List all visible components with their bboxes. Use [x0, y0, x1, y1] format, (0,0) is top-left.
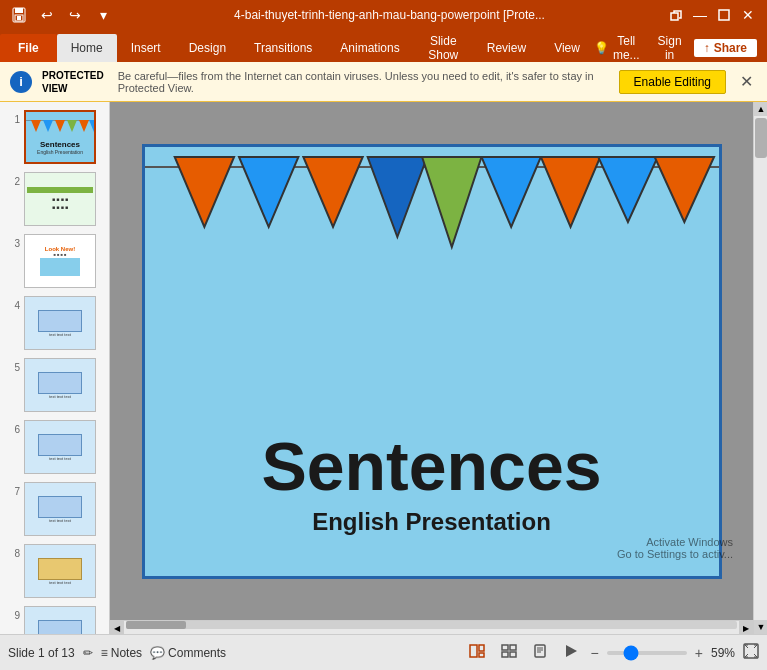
slideshow-view-button[interactable]	[559, 642, 583, 663]
scroll-track-vertical	[754, 116, 767, 620]
svg-marker-15	[367, 157, 426, 237]
svg-marker-11	[89, 120, 94, 132]
status-left: Slide 1 of 13 ✏	[8, 646, 93, 660]
close-protected-bar-button[interactable]: ✕	[736, 72, 757, 91]
slides-panel: 1 Sentence	[0, 102, 110, 634]
normal-view-button[interactable]	[465, 642, 489, 663]
tab-review[interactable]: Review	[473, 34, 540, 62]
comments-button[interactable]: 💬 Comments	[150, 646, 226, 660]
slide-number-8: 8	[6, 544, 20, 559]
tab-home[interactable]: Home	[57, 34, 117, 62]
slide-notes-edit-button[interactable]: ✏	[83, 646, 93, 660]
svg-marker-7	[43, 120, 53, 132]
svg-rect-26	[502, 652, 508, 657]
svg-marker-17	[481, 157, 540, 227]
scroll-right-button[interactable]: ▶	[739, 621, 753, 635]
lightbulb-icon: 💡	[594, 41, 609, 55]
slide-thumbnail-9[interactable]: text text text	[24, 606, 96, 634]
close-button[interactable]: ✕	[737, 4, 759, 26]
slide-thumbnail-2[interactable]: ■ ■ ■ ■ ■ ■ ■ ■	[24, 172, 96, 226]
slide-number-7: 7	[6, 482, 20, 497]
svg-rect-21	[470, 645, 477, 657]
scroll-up-button[interactable]: ▲	[754, 102, 767, 116]
slide-thumb-row: 6 text text text	[4, 418, 105, 476]
tab-slideshow[interactable]: Slide Show	[414, 34, 473, 62]
slide-thumbnail-7[interactable]: text text text	[24, 482, 96, 536]
slide-thumbnail-5[interactable]: text text text	[24, 358, 96, 412]
minimize-button[interactable]: —	[689, 4, 711, 26]
slide-thumb-row: 8 text text text	[4, 542, 105, 600]
tab-design[interactable]: Design	[175, 34, 240, 62]
save-button[interactable]	[8, 4, 30, 26]
redo-button[interactable]: ↪	[64, 4, 86, 26]
svg-marker-13	[239, 157, 298, 227]
svg-marker-9	[67, 120, 77, 132]
zoom-plus-icon: +	[695, 645, 703, 661]
slide-thumbnail-3[interactable]: Look New! ■ ■ ■ ■	[24, 234, 96, 288]
share-icon: ↑	[704, 41, 710, 55]
slide-thumb-row: 9 text text text	[4, 604, 105, 634]
svg-marker-14	[303, 157, 362, 227]
slide-thumb-row: 7 text text text	[4, 480, 105, 538]
slide-number-5: 5	[6, 358, 20, 373]
slide-number-4: 4	[6, 296, 20, 311]
slide-thumbnail-6[interactable]: text text text	[24, 420, 96, 474]
tell-me-button[interactable]: 💡 Tell me...	[594, 34, 640, 62]
scroll-left-button[interactable]: ◀	[110, 621, 124, 635]
enable-editing-button[interactable]: Enable Editing	[619, 70, 726, 94]
main-content: 1 Sentence	[0, 102, 767, 634]
svg-marker-8	[55, 120, 65, 132]
notes-button[interactable]: ≡ Notes	[101, 646, 142, 660]
tab-transitions[interactable]: Transitions	[240, 34, 326, 62]
svg-rect-22	[479, 645, 484, 651]
svg-marker-18	[540, 157, 599, 227]
slide-display-area: Sentences English Presentation Activate …	[110, 102, 767, 634]
svg-rect-24	[502, 645, 508, 650]
tab-insert[interactable]: Insert	[117, 34, 175, 62]
vertical-scrollbar: ▲ ▼	[753, 102, 767, 634]
slide-thumb-row: 5 text text text	[4, 356, 105, 414]
slide-subtitle: English Presentation	[312, 508, 551, 536]
fit-slide-button[interactable]	[743, 643, 759, 662]
slide-thumb-row: 1 Sentence	[4, 108, 105, 166]
restore-down-button[interactable]	[665, 4, 687, 26]
svg-marker-20	[654, 157, 713, 222]
svg-rect-4	[671, 13, 678, 20]
customize-button[interactable]: ▾	[92, 4, 114, 26]
title-bar-left: ↩ ↪ ▾	[8, 4, 114, 26]
svg-rect-5	[719, 10, 729, 20]
protected-view-bar: i PROTECTED VIEW Be careful—files from t…	[0, 62, 767, 102]
zoom-minus-icon: −	[591, 645, 599, 661]
tab-view[interactable]: View	[540, 34, 594, 62]
slide-thumbnail-1[interactable]: Sentences English Presentation	[24, 110, 96, 164]
slide-sorter-button[interactable]	[497, 642, 521, 663]
scroll-down-button[interactable]: ▼	[754, 620, 767, 634]
reading-view-button[interactable]	[529, 642, 551, 663]
svg-rect-23	[479, 653, 484, 657]
svg-rect-1	[15, 8, 23, 13]
protected-icon: i	[10, 71, 32, 93]
share-button[interactable]: ↑ Share	[694, 39, 757, 57]
scroll-thumb	[126, 621, 186, 629]
maximize-button[interactable]	[713, 4, 735, 26]
sign-in-button[interactable]: Sign in	[650, 34, 690, 62]
undo-button[interactable]: ↩	[36, 4, 58, 26]
slide-main-title: Sentences	[261, 432, 601, 500]
slide-number-9: 9	[6, 606, 20, 621]
tab-file[interactable]: File	[0, 34, 57, 62]
slide-thumbnail-4[interactable]: text text text	[24, 296, 96, 350]
svg-marker-32	[566, 645, 577, 657]
svg-marker-12	[174, 157, 233, 227]
scroll-track	[126, 621, 737, 629]
slide-thumbnail-8[interactable]: text text text	[24, 544, 96, 598]
svg-marker-10	[79, 120, 89, 132]
scroll-thumb-vertical	[755, 118, 767, 158]
status-bar: Slide 1 of 13 ✏ ≡ Notes 💬 Comments − + 5…	[0, 634, 767, 670]
slide-thumb-row: 4 text text text	[4, 294, 105, 352]
current-slide: Sentences English Presentation	[142, 144, 722, 579]
zoom-slider[interactable]	[607, 651, 687, 655]
zoom-percentage: 59%	[711, 646, 735, 660]
slide-number-6: 6	[6, 420, 20, 435]
status-right: − + 59%	[465, 642, 759, 663]
tab-animations[interactable]: Animations	[326, 34, 413, 62]
